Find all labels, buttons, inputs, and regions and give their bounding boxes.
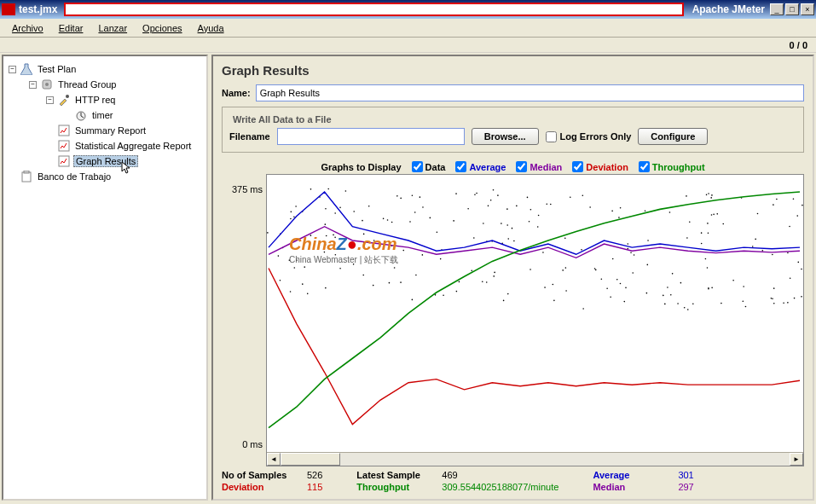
svg-point-157 <box>772 254 773 256</box>
svg-point-72 <box>783 302 784 304</box>
svg-point-96 <box>307 293 309 295</box>
toggle-icon[interactable]: − <box>9 66 16 73</box>
svg-point-146 <box>677 303 679 304</box>
name-input[interactable] <box>256 84 804 101</box>
average-value: 301 <box>678 470 693 480</box>
svg-point-167 <box>443 295 444 297</box>
clipboard-icon <box>20 170 33 183</box>
menu-bar: Archivo Editar Lanzar Opciones Ayuda <box>0 19 816 38</box>
svg-point-149 <box>507 238 509 240</box>
log-errors-checkbox[interactable]: Log Errors Only <box>546 131 632 142</box>
svg-point-158 <box>474 194 476 195</box>
svg-point-64 <box>389 282 391 284</box>
svg-point-11 <box>402 250 404 252</box>
write-data-fieldset: Write All Data to a File Filename Browse… <box>222 107 804 153</box>
tree-test-plan[interactable]: − Test Plan <box>5 61 205 77</box>
svg-point-18 <box>601 278 603 280</box>
svg-point-208 <box>512 228 513 229</box>
svg-point-10 <box>333 235 334 236</box>
browse-button[interactable]: Browse... <box>472 128 539 145</box>
tree-summary-report[interactable]: Summary Report <box>5 123 205 138</box>
tree-timer[interactable]: timer <box>5 107 205 123</box>
svg-point-2 <box>66 95 69 98</box>
log-errors-box[interactable] <box>546 131 557 142</box>
svg-point-44 <box>302 283 304 285</box>
menu-lanzar[interactable]: Lanzar <box>91 21 134 35</box>
counter-text: 0 / 0 <box>790 40 807 50</box>
median-value: 297 <box>678 482 693 492</box>
svg-rect-6 <box>59 156 69 166</box>
latest-label: Latest Sample <box>356 470 435 480</box>
tree-graph-results[interactable]: Graph Results <box>5 154 205 169</box>
title-highlight <box>64 3 683 16</box>
menu-ayuda[interactable]: Ayuda <box>191 21 231 35</box>
svg-point-199 <box>684 307 686 309</box>
app-icon <box>2 3 15 15</box>
svg-point-154 <box>686 237 688 239</box>
svg-point-23 <box>553 300 555 302</box>
checkbox-median[interactable]: Median <box>516 161 562 172</box>
graphs-label: Graphs to Display <box>321 162 401 172</box>
svg-point-203 <box>797 262 799 264</box>
svg-point-84 <box>801 269 802 270</box>
svg-point-119 <box>732 280 734 281</box>
svg-point-128 <box>582 308 584 310</box>
svg-point-17 <box>513 240 515 242</box>
menu-opciones[interactable]: Opciones <box>136 21 188 35</box>
scroll-left-button[interactable]: ◄ <box>267 453 281 466</box>
y-top: 375 ms <box>232 184 263 194</box>
svg-point-166 <box>706 194 708 196</box>
svg-point-66 <box>335 254 337 256</box>
svg-point-197 <box>670 294 672 296</box>
menu-editar[interactable]: Editar <box>52 21 90 35</box>
stats-row: No of Samples526 Deviation115 Latest Sam… <box>222 470 804 492</box>
tree-label: HTTP req <box>73 95 117 105</box>
svg-point-104 <box>776 199 778 200</box>
report-icon <box>57 154 71 168</box>
svg-point-103 <box>310 235 312 236</box>
chart-scrollbar[interactable]: ◄ ► <box>267 452 803 466</box>
svg-point-29 <box>339 207 341 209</box>
checkbox-average[interactable]: Average <box>455 161 506 172</box>
window-titlebar: test.jmx Apache JMeter _ □ × <box>0 0 816 19</box>
svg-point-22 <box>570 196 571 198</box>
filename-label: Filename <box>229 131 270 142</box>
content-panel: Graph Results Name: Write All Data to a … <box>211 55 814 501</box>
spool-icon <box>40 78 54 91</box>
svg-point-145 <box>594 268 596 269</box>
close-button[interactable]: × <box>801 3 814 15</box>
svg-point-204 <box>705 258 707 260</box>
tree-label: Summary Report <box>73 125 148 136</box>
configure-button[interactable]: Configure <box>638 128 708 145</box>
filename-input[interactable] <box>277 128 465 145</box>
svg-rect-5 <box>59 141 69 151</box>
svg-point-129 <box>787 252 789 254</box>
dropper-icon <box>57 93 71 107</box>
tree-aggregate-report[interactable]: Statistical Aggregate Report <box>5 138 205 154</box>
svg-point-19 <box>278 255 280 257</box>
svg-point-121 <box>793 198 795 200</box>
scroll-right-button[interactable]: ► <box>790 453 803 466</box>
svg-point-15 <box>383 218 385 220</box>
tree-thread-group[interactable]: − Thread Group <box>5 77 205 92</box>
toggle-icon[interactable]: − <box>46 96 54 104</box>
minimize-button[interactable]: _ <box>770 3 784 15</box>
svg-point-184 <box>667 287 668 288</box>
tree-workbench[interactable]: Banco de Trabajo <box>5 169 205 184</box>
menu-archivo[interactable]: Archivo <box>5 21 50 35</box>
svg-point-70 <box>581 249 582 251</box>
checkbox-data[interactable]: Data <box>412 161 446 172</box>
tree-http-req[interactable]: − HTTP req <box>5 92 205 107</box>
svg-point-83 <box>506 208 508 210</box>
svg-point-163 <box>325 287 327 289</box>
scroll-thumb[interactable] <box>281 453 340 466</box>
svg-point-108 <box>494 272 495 274</box>
maximize-button[interactable]: □ <box>785 3 799 15</box>
svg-point-51 <box>362 220 363 222</box>
svg-point-109 <box>373 240 375 241</box>
svg-point-32 <box>483 223 484 224</box>
svg-point-34 <box>516 206 518 207</box>
checkbox-throughput[interactable]: Throughput <box>639 161 705 172</box>
toggle-icon[interactable]: − <box>29 81 37 89</box>
checkbox-deviation[interactable]: Deviation <box>572 161 628 172</box>
